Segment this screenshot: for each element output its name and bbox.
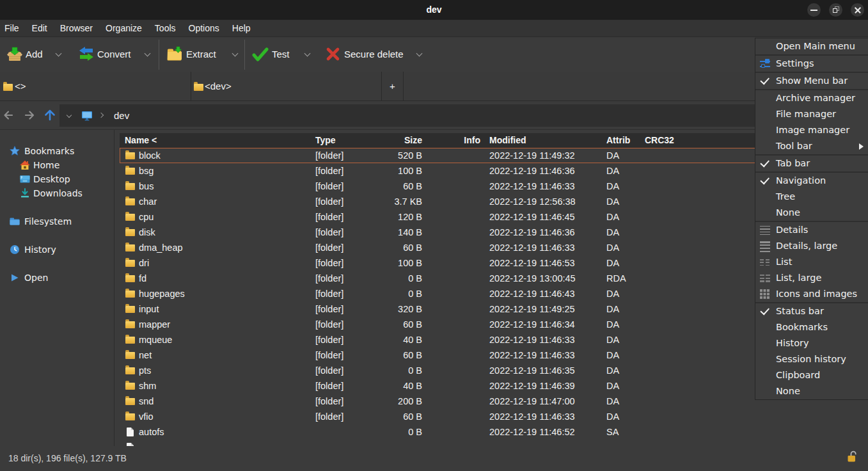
cell-attrib: DA bbox=[606, 332, 619, 347]
address-dropdown-icon[interactable] bbox=[67, 113, 72, 118]
tab-1[interactable]: <> bbox=[0, 72, 191, 100]
cell-size: 120 B bbox=[358, 209, 422, 225]
column-header-attrib[interactable]: Attrib bbox=[606, 133, 630, 148]
context-menu-item[interactable]: Bookmarks bbox=[755, 319, 868, 335]
context-menu-item[interactable]: Navigation bbox=[755, 173, 868, 189]
column-header-modified[interactable]: Modified bbox=[489, 133, 526, 148]
secure-delete-button[interactable]: Secure delete bbox=[322, 37, 428, 72]
cell-name: dma_heap bbox=[139, 240, 183, 255]
menu-item-icon bbox=[760, 207, 771, 218]
context-menu-item[interactable]: Tab bar bbox=[755, 156, 868, 173]
home-icon bbox=[20, 160, 30, 170]
cell-type: [folder] bbox=[315, 378, 343, 394]
menu-file[interactable]: File bbox=[0, 20, 26, 36]
cell-name: autofs bbox=[139, 424, 164, 440]
cell-size: 40 B bbox=[358, 378, 422, 394]
context-menu-item[interactable]: Details bbox=[755, 222, 868, 238]
sidebar-label: Bookmarks bbox=[24, 144, 74, 158]
menu-tools[interactable]: Tools bbox=[148, 20, 182, 36]
cell-type: [folder] bbox=[315, 301, 343, 317]
column-header-name[interactable]: Name < bbox=[125, 133, 157, 148]
test-check-icon bbox=[252, 46, 269, 63]
add-button[interactable]: Add bbox=[0, 37, 51, 72]
menu-browser[interactable]: Browser bbox=[54, 20, 99, 36]
menu-options[interactable]: Options bbox=[182, 20, 226, 36]
unlocked-padlock-icon[interactable] bbox=[847, 451, 858, 463]
convert-button[interactable]: Convert bbox=[75, 37, 139, 72]
file-type-icon bbox=[125, 413, 135, 420]
menu-item-icon bbox=[760, 259, 770, 266]
menu-item-icon bbox=[760, 289, 771, 299]
address-field[interactable]: dev bbox=[59, 104, 868, 127]
cell-type: [folder] bbox=[315, 347, 343, 363]
maximize-button[interactable] bbox=[829, 3, 842, 17]
cell-modified: 2022-12-19 11:49:25 bbox=[489, 301, 575, 317]
menu-organize[interactable]: Organize bbox=[99, 20, 148, 36]
context-menu-item[interactable]: Image manager bbox=[755, 122, 868, 138]
menu-help[interactable]: Help bbox=[226, 20, 257, 36]
extract-label: Extract bbox=[186, 37, 216, 72]
cell-size: 320 B bbox=[358, 301, 422, 317]
breadcrumb-path[interactable]: dev bbox=[114, 104, 129, 127]
context-menu-item[interactable]: Settings bbox=[755, 56, 868, 73]
context-menu-item[interactable]: File manager bbox=[755, 106, 868, 122]
tab-2[interactable]: <dev> bbox=[191, 72, 381, 100]
forward-button[interactable] bbox=[22, 108, 37, 123]
secure-delete-dropdown-icon[interactable] bbox=[416, 51, 423, 57]
file-row-partial[interactable] bbox=[120, 440, 868, 446]
file-row[interactable]: vfio [folder] 60 B 2022-12-19 11:46:33 D… bbox=[120, 409, 868, 424]
folder-icon bbox=[194, 84, 203, 91]
toolbar: Add Convert Extract bbox=[0, 37, 868, 72]
context-menu-item[interactable]: Icons and images bbox=[755, 286, 868, 303]
extract-dropdown-icon[interactable] bbox=[232, 51, 239, 57]
context-menu-item[interactable]: List bbox=[755, 254, 868, 270]
context-menu-item[interactable]: List, large bbox=[755, 270, 868, 286]
column-header-crc32[interactable]: CRC32 bbox=[645, 133, 674, 148]
test-dropdown-icon[interactable] bbox=[304, 51, 311, 57]
menu-item-icon bbox=[760, 158, 771, 169]
context-menu-item[interactable]: Session history bbox=[755, 351, 868, 367]
cell-attrib: DA bbox=[606, 286, 619, 301]
context-menu-item[interactable]: Open Main menu bbox=[755, 38, 868, 56]
test-button[interactable]: Test bbox=[249, 37, 313, 72]
cell-attrib: DA bbox=[606, 347, 619, 363]
context-menu-item[interactable]: None bbox=[755, 383, 868, 399]
context-menu-item[interactable]: Clipboard bbox=[755, 367, 868, 383]
context-menu-item[interactable]: Show Menu bar bbox=[755, 73, 868, 90]
tab-2-label: <dev> bbox=[205, 72, 232, 100]
cell-modified: 2022-12-19 11:49:32 bbox=[489, 148, 575, 163]
cell-type: [folder] bbox=[315, 225, 343, 240]
add-dropdown-icon[interactable] bbox=[56, 51, 62, 57]
computer-icon[interactable] bbox=[81, 111, 93, 121]
extract-icon bbox=[167, 46, 184, 63]
extract-button[interactable]: Extract bbox=[164, 37, 241, 72]
convert-dropdown-icon[interactable] bbox=[145, 51, 151, 57]
column-header-type[interactable]: Type bbox=[315, 133, 336, 148]
context-menu-item[interactable]: Details, large bbox=[755, 238, 868, 254]
column-header-size[interactable]: Size bbox=[358, 133, 422, 148]
context-menu-item[interactable]: History bbox=[755, 335, 868, 351]
menu-edit[interactable]: Edit bbox=[26, 20, 54, 36]
sidebar-label: Home bbox=[33, 158, 59, 172]
cell-modified: 2022-12-19 11:46:36 bbox=[489, 225, 575, 240]
cell-size: 520 B bbox=[358, 148, 422, 163]
context-menu-item[interactable]: Tree bbox=[755, 189, 868, 205]
cell-size: 60 B bbox=[358, 347, 422, 363]
context-menu-item[interactable]: Status bar bbox=[755, 303, 868, 319]
up-button[interactable] bbox=[42, 108, 58, 123]
context-menu-item[interactable]: Tool bar bbox=[755, 138, 868, 156]
cell-type: [folder] bbox=[315, 394, 343, 409]
file-row[interactable]: autofs 0 B 2022-12-19 11:46:52 SA bbox=[120, 424, 868, 440]
column-header-info[interactable]: Info bbox=[439, 133, 480, 148]
menu-item-label: Settings bbox=[776, 56, 814, 72]
add-label: Add bbox=[26, 37, 43, 72]
new-tab-button[interactable]: + bbox=[382, 72, 403, 100]
menu-item-label: Clipboard bbox=[776, 367, 820, 383]
back-button[interactable] bbox=[1, 108, 17, 123]
minimize-button[interactable] bbox=[807, 3, 821, 17]
context-menu-item[interactable]: None bbox=[755, 205, 868, 222]
close-button[interactable] bbox=[851, 3, 864, 17]
cell-modified: 2022-12-19 11:46:34 bbox=[489, 317, 575, 332]
context-menu-item[interactable]: Archive manager bbox=[755, 90, 868, 106]
secure-delete-label: Secure delete bbox=[344, 37, 404, 72]
